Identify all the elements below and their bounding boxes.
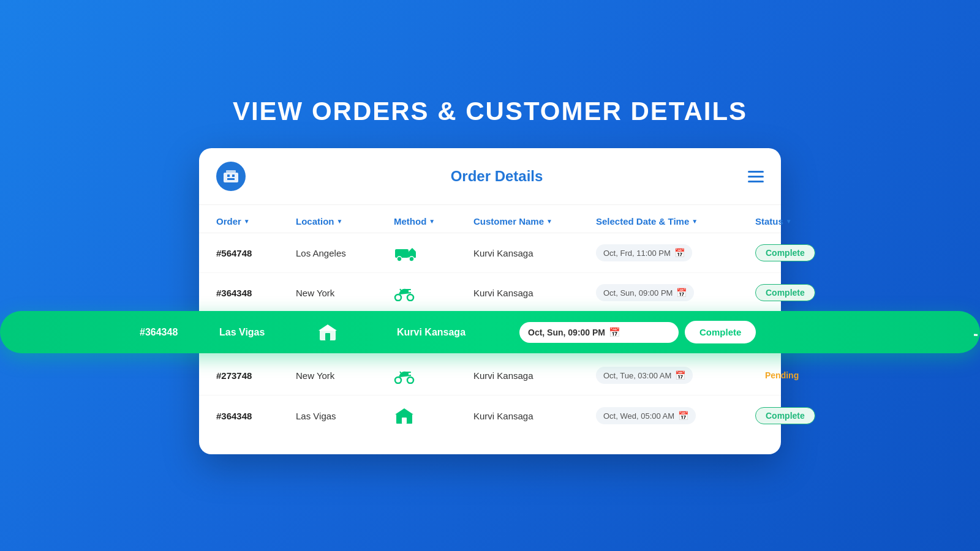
status-cell: Complete: [755, 407, 841, 424]
table-row[interactable]: #364348 New York Kurvi Kansaga Oct, Sun,…: [199, 273, 781, 313]
svg-rect-0: [224, 173, 238, 182]
svg-rect-14: [407, 372, 411, 373]
table-header: Order ▼ Location ▼ Method ▼ Customer Nam…: [199, 205, 781, 233]
svg-rect-10: [407, 289, 411, 290]
date-time: Oct, Tue, 03:00 AM 📅: [596, 367, 755, 384]
svg-rect-1: [226, 170, 236, 173]
menu-icon[interactable]: [748, 171, 764, 182]
customer-name: Kurvi Kansaga: [473, 248, 596, 258]
col-method[interactable]: Method ▼: [394, 216, 473, 227]
svg-point-11: [395, 294, 401, 301]
status-badge-pending: Pending: [755, 367, 809, 383]
page-title: VIEW ORDERS & CUSTOMER DETAILS: [233, 97, 747, 126]
dashed-arrow: [968, 329, 980, 365]
customer-name: Kurvi Kansaga: [473, 370, 596, 381]
date-time: Oct, Sun, 09:00 PM 📅: [596, 284, 755, 301]
status-cell: Complete: [755, 244, 841, 261]
hl-customer-name: Kurvi Kansaga: [397, 327, 519, 338]
status-badge: Complete: [755, 244, 815, 261]
calendar-icon: 📅: [678, 411, 688, 421]
svg-rect-5: [395, 249, 409, 258]
table-row[interactable]: #273748 New York Kurvi Kansaga Oct, Tue,…: [199, 356, 781, 395]
method-icon: [394, 407, 473, 425]
col-order[interactable]: Order ▼: [216, 216, 296, 227]
status-badge: Complete: [755, 407, 815, 424]
svg-point-15: [395, 377, 401, 383]
svg-point-12: [407, 294, 413, 301]
col-location[interactable]: Location ▼: [296, 216, 394, 227]
hl-order-id: #364348: [140, 327, 219, 338]
date-time: Oct, Wed, 05:00 AM 📅: [596, 407, 755, 424]
col-date-time[interactable]: Selected Date & Time ▼: [596, 216, 755, 227]
logo-icon: [216, 162, 246, 191]
date-time: Oct, Frd, 11:00 PM 📅: [596, 244, 755, 261]
svg-marker-18: [395, 408, 413, 414]
hl-method: [317, 323, 397, 342]
hl-location: Las Vigas: [219, 327, 317, 338]
customer-name: Kurvi Kansaga: [473, 288, 596, 298]
order-details-card: Order Details Order ▼ Location ▼ Method …: [199, 148, 781, 454]
svg-rect-20: [402, 418, 407, 424]
svg-point-16: [407, 377, 413, 383]
svg-point-9: [409, 257, 414, 261]
calendar-icon: 📅: [674, 248, 685, 258]
svg-marker-7: [409, 248, 416, 252]
method-icon: [394, 367, 473, 384]
col-status[interactable]: Status ▼: [755, 216, 841, 227]
location: Los Angeles: [296, 248, 394, 258]
card-header: Order Details: [199, 148, 781, 205]
svg-point-8: [397, 257, 402, 261]
status-cell: Complete: [755, 284, 841, 301]
method-icon: [394, 244, 473, 261]
svg-rect-23: [325, 333, 330, 340]
card-title: Order Details: [451, 168, 543, 185]
calendar-icon: 📅: [676, 288, 687, 298]
order-id: #273748: [216, 370, 296, 381]
order-id: #364348: [216, 288, 296, 298]
calendar-icon: 📅: [609, 327, 620, 338]
status-cell: Pending: [755, 367, 841, 383]
location: New York: [296, 288, 394, 298]
hl-date-badge: Oct, Sun, 09:00 PM 📅: [519, 322, 679, 343]
svg-rect-2: [227, 174, 230, 177]
location: New York: [296, 370, 394, 381]
method-icon: [394, 284, 473, 301]
table-row[interactable]: #564748 Los Angeles Kurvi Kansaga Oct, F…: [199, 233, 781, 273]
table-row[interactable]: #364348 Las Vigas Kurvi Kansaga Oct, Wed…: [199, 395, 781, 436]
location: Las Vigas: [296, 411, 394, 421]
hl-complete-button[interactable]: Complete: [685, 321, 756, 343]
col-customer-name[interactable]: Customer Name ▼: [473, 216, 596, 227]
order-id: #364348: [216, 411, 296, 421]
svg-rect-4: [227, 178, 235, 180]
order-id: #564748: [216, 248, 296, 258]
svg-marker-22: [318, 324, 337, 331]
customer-name: Kurvi Kansaga: [473, 411, 596, 421]
status-badge: Complete: [755, 284, 815, 301]
calendar-icon: 📅: [675, 370, 685, 380]
highlighted-row[interactable]: #364348 Las Vigas Kurvi Kansaga Oct, Sun…: [0, 311, 980, 353]
svg-rect-3: [232, 174, 235, 177]
